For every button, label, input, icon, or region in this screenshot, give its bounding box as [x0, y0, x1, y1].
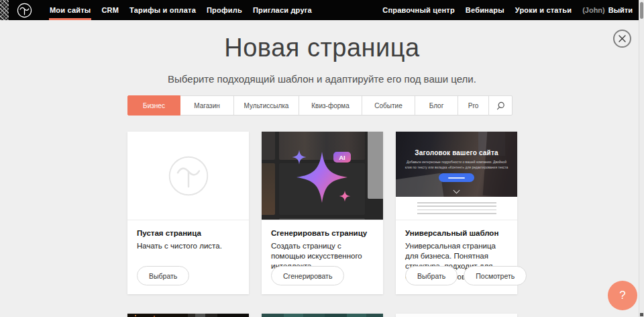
top-bar: Мои сайты CRM Тарифы и оплата Профиль Пр…: [0, 0, 639, 20]
card-actions: Выбрать: [137, 266, 189, 285]
tilda-watermark-icon: [166, 154, 211, 198]
blank-page-preview[interactable]: [127, 132, 249, 220]
universal-preview-hero: Заголовок вашего сайта Добавьте интересн…: [396, 132, 517, 197]
hero-cta-button: [439, 173, 474, 182]
choose-blank-button[interactable]: Выбрать: [137, 266, 189, 285]
nav-item-profile[interactable]: Профиль: [201, 0, 248, 20]
ai-preview[interactable]: AI: [262, 132, 383, 220]
scrollbar-corner: [640, 313, 643, 316]
nav-item-lessons-articles[interactable]: Уроки и статьи: [510, 0, 577, 20]
tilda-logo-icon: [17, 3, 32, 18]
nav-item-my-sites[interactable]: Мои сайты: [44, 0, 96, 20]
hero-subtext: Добавьте интересные подробности о вашей …: [405, 160, 508, 170]
nav-item-invite-friend[interactable]: Пригласи друга: [248, 0, 317, 20]
window-edge-texture: [0, 0, 9, 20]
scrollbar-track[interactable]: [639, 0, 644, 317]
page-title: Новая страница: [0, 34, 644, 62]
ai-sparkles-icon: AI: [262, 132, 383, 220]
nav-item-crm[interactable]: CRM: [96, 0, 124, 20]
page-subtitle: Выберите подходящий шаблон и адаптируйте…: [0, 73, 644, 85]
universal-preview[interactable]: Заголовок вашего сайта Добавьте интересн…: [396, 132, 517, 220]
tab-quiz-form[interactable]: Квиз-форма: [299, 95, 362, 116]
tilda-logo[interactable]: [17, 3, 32, 18]
close-button[interactable]: [613, 30, 631, 48]
tab-business[interactable]: Бизнес: [127, 95, 180, 116]
scrollbar-thumb[interactable]: [640, 2, 643, 19]
card-description: Начать с чистого листа.: [137, 241, 239, 251]
ai-badge-label: AI: [339, 154, 345, 161]
choose-universal-button[interactable]: Выбрать: [405, 266, 458, 285]
user-name: (John): [577, 6, 606, 14]
template-category-tabs: Бизнес Магазин Мультиссылка Квиз-форма С…: [127, 95, 517, 116]
app-window: Мои сайты CRM Тарифы и оплата Профиль Пр…: [0, 0, 644, 317]
tab-blog[interactable]: Блог: [415, 95, 458, 116]
card-actions: Выбрать Посмотреть: [405, 266, 527, 285]
help-button[interactable]: ?: [608, 281, 637, 310]
blank-preview-canvas: [127, 132, 249, 220]
search-icon: [496, 101, 506, 111]
card-title: Универсальный шаблон: [405, 229, 508, 237]
template-card-blank-page: Пустая страница Начать с чистого листа. …: [127, 132, 249, 294]
template-card-universal: Заголовок вашего сайта Добавьте интересн…: [396, 132, 517, 294]
generate-button[interactable]: Сгенерировать: [271, 266, 344, 285]
template-card-next-row-1[interactable]: [127, 314, 249, 317]
primary-nav: Мои сайты CRM Тарифы и оплата Профиль Пр…: [44, 0, 317, 20]
nav-item-plans-payment[interactable]: Тарифы и оплата: [124, 0, 201, 20]
preview-paragraph-lines: [417, 202, 496, 216]
template-card-ai-generate: AI Сгенерировать страницу Создать страни…: [262, 132, 383, 294]
nav-item-help-center[interactable]: Справочный центр: [377, 0, 460, 20]
tab-store[interactable]: Магазин: [180, 95, 234, 116]
hero-heading: Заголовок вашего сайта: [396, 149, 517, 156]
card-title: Пустая страница: [137, 229, 239, 237]
universal-preview-text-section: [396, 197, 517, 220]
close-icon: [618, 34, 627, 43]
secondary-nav: Справочный центр Вебинары Уроки и статьи…: [377, 0, 633, 20]
tab-pro[interactable]: Pro: [458, 95, 489, 116]
template-card-next-row-2[interactable]: [262, 314, 383, 317]
tab-event[interactable]: Событие: [362, 95, 415, 116]
preview-universal-button[interactable]: Посмотреть: [464, 266, 527, 285]
template-card-next-row-3[interactable]: [396, 314, 517, 317]
logout-link[interactable]: Выйти: [606, 6, 633, 14]
card-actions: Сгенерировать: [271, 266, 344, 285]
tab-search[interactable]: [488, 95, 513, 116]
card-title: Сгенерировать страницу: [271, 229, 374, 237]
tab-multilink[interactable]: Мультиссылка: [233, 95, 299, 116]
nav-item-webinars[interactable]: Вебинары: [460, 0, 510, 20]
